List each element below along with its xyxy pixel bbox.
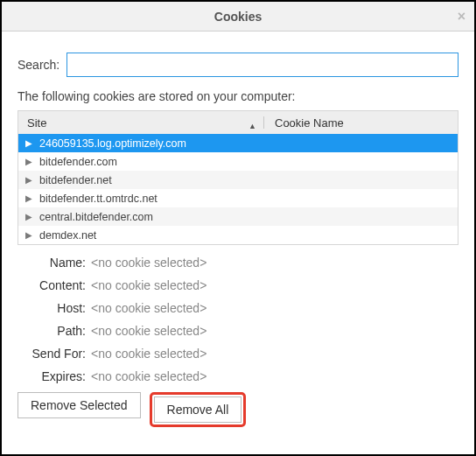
detail-sendfor: Send For: <no cookie selected> — [18, 347, 458, 361]
detail-name-label: Name: — [18, 256, 86, 270]
detail-content-value: <no cookie selected> — [91, 278, 206, 292]
site-cell: demdex.net — [39, 229, 96, 242]
site-cell: bitdefender.tt.omtrdc.net — [39, 193, 158, 205]
detail-path: Path: <no cookie selected> — [18, 324, 458, 338]
detail-host: Host: <no cookie selected> — [18, 301, 458, 315]
search-label: Search: — [18, 58, 60, 72]
site-cell: 246059135.log.optimizely.com — [39, 137, 186, 150]
site-cell: central.bitdefender.com — [39, 211, 153, 223]
col-site-label: Site — [27, 116, 46, 130]
table-header: Site ▲ Cookie Name — [18, 111, 458, 134]
detail-host-value: <no cookie selected> — [91, 301, 206, 315]
col-cookie-name[interactable]: Cookie Name — [264, 116, 458, 130]
col-cookie-label: Cookie Name — [275, 116, 344, 130]
cookies-dialog: Cookies × Search: The following cookies … — [0, 0, 476, 456]
titlebar: Cookies × — [2, 2, 474, 32]
detail-name: Name: <no cookie selected> — [18, 256, 458, 270]
site-cell: bitdefender.com — [39, 156, 117, 168]
table-row[interactable]: ▶ central.bitdefender.com — [18, 207, 458, 226]
detail-name-value: <no cookie selected> — [91, 256, 206, 270]
detail-content-label: Content: — [18, 278, 86, 292]
expand-icon: ▶ — [25, 212, 32, 221]
expand-icon: ▶ — [25, 138, 32, 148]
detail-path-label: Path: — [18, 324, 86, 338]
sort-asc-icon: ▲ — [248, 122, 256, 130]
table-row[interactable]: ▶ bitdefender.tt.omtrdc.net — [18, 189, 458, 207]
expand-icon: ▶ — [25, 157, 32, 166]
remove-all-button[interactable]: Remove All — [154, 396, 242, 423]
detail-expires-value: <no cookie selected> — [91, 369, 206, 383]
table-row[interactable]: ▶ bitdefender.net — [18, 171, 458, 189]
table-row[interactable]: ▶ bitdefender.com — [18, 152, 458, 171]
detail-host-label: Host: — [18, 301, 86, 315]
expand-icon: ▶ — [25, 175, 32, 185]
dialog-body: Search: The following cookies are stored… — [2, 32, 474, 441]
col-site[interactable]: Site ▲ — [18, 116, 263, 130]
detail-content: Content: <no cookie selected> — [18, 278, 458, 292]
remove-all-highlight: Remove All — [150, 392, 247, 427]
search-row: Search: — [18, 53, 458, 77]
cookies-table: Site ▲ Cookie Name ▶ 246059135.log.optim… — [18, 110, 458, 245]
detail-sendfor-label: Send For: — [18, 347, 86, 361]
table-row[interactable]: ▶ 246059135.log.optimizely.com — [18, 134, 458, 152]
button-row: Remove Selected Remove All — [18, 392, 458, 427]
search-input[interactable] — [66, 53, 458, 77]
detail-expires-label: Expires: — [18, 369, 86, 383]
remove-selected-button[interactable]: Remove Selected — [18, 392, 141, 418]
detail-path-value: <no cookie selected> — [91, 324, 206, 338]
detail-expires: Expires: <no cookie selected> — [18, 369, 458, 383]
intro-text: The following cookies are stored on your… — [18, 89, 458, 103]
close-icon[interactable]: × — [458, 2, 466, 32]
detail-sendfor-value: <no cookie selected> — [91, 347, 206, 361]
table-row[interactable]: ▶ demdex.net — [18, 226, 458, 244]
dialog-title: Cookies — [214, 10, 262, 24]
cookie-details: Name: <no cookie selected> Content: <no … — [18, 256, 458, 383]
table-body: ▶ 246059135.log.optimizely.com ▶ bitdefe… — [18, 134, 458, 244]
expand-icon: ▶ — [25, 193, 32, 203]
expand-icon: ▶ — [25, 230, 32, 240]
site-cell: bitdefender.net — [39, 174, 112, 186]
